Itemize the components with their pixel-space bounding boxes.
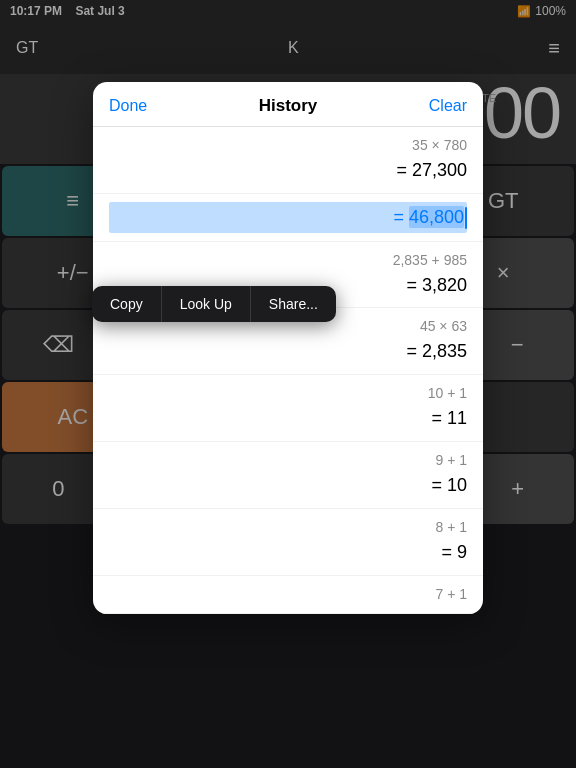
history-result-5: = 11 bbox=[109, 404, 467, 433]
history-entry-5: 10 + 1 = 11 bbox=[93, 375, 483, 442]
modal-title: History bbox=[259, 96, 318, 116]
history-result-7: = 9 bbox=[109, 538, 467, 567]
share-menu-item[interactable]: Share... bbox=[251, 286, 336, 322]
lookup-menu-item[interactable]: Look Up bbox=[162, 286, 251, 322]
history-result-2[interactable]: = 46,800 bbox=[109, 202, 467, 233]
modal-body[interactable]: 35 × 780 = 27,300 = 46,800 2,835 + 985 =… bbox=[93, 127, 483, 614]
history-result-1: = 27,300 bbox=[109, 156, 467, 185]
context-menu-row: Copy Look Up Share... bbox=[92, 286, 336, 322]
done-button[interactable]: Done bbox=[109, 97, 147, 115]
history-expr-8: 7 + 1 bbox=[109, 584, 467, 605]
copy-menu-item[interactable]: Copy bbox=[92, 286, 162, 322]
context-menu: Copy Look Up Share... bbox=[92, 286, 336, 322]
history-entry-1: 35 × 780 = 27,300 bbox=[93, 127, 483, 194]
history-result-4: = 2,835 bbox=[109, 337, 467, 366]
history-expr-1: 35 × 780 bbox=[109, 135, 467, 156]
history-entry-2: = 46,800 bbox=[93, 194, 483, 242]
history-modal: Done History Clear 35 × 780 = 27,300 = 4… bbox=[93, 82, 483, 614]
history-entry-8: 7 + 1 bbox=[93, 576, 483, 614]
history-expr-3: 2,835 + 985 bbox=[109, 250, 467, 271]
history-entry-7: 8 + 1 = 9 bbox=[93, 509, 483, 576]
clear-button[interactable]: Clear bbox=[429, 97, 467, 115]
history-expr-5: 10 + 1 bbox=[109, 383, 467, 404]
history-result-6: = 10 bbox=[109, 471, 467, 500]
history-expr-7: 8 + 1 bbox=[109, 517, 467, 538]
history-expr-6: 9 + 1 bbox=[109, 450, 467, 471]
history-entry-6: 9 + 1 = 10 bbox=[93, 442, 483, 509]
modal-header: Done History Clear bbox=[93, 82, 483, 127]
modal-overlay: Done History Clear 35 × 780 = 27,300 = 4… bbox=[0, 0, 576, 768]
